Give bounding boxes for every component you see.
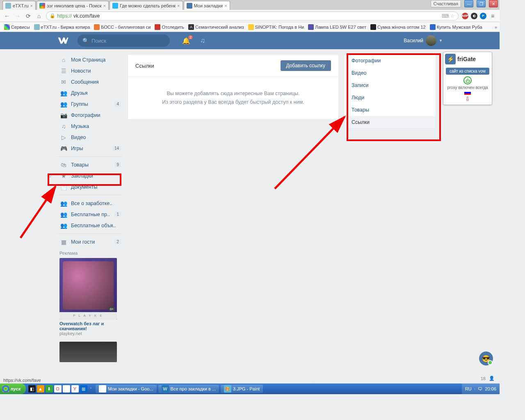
close-icon[interactable]: × — [30, 3, 33, 8]
forward-button[interactable]: → — [14, 13, 21, 19]
frigate-site-button[interactable]: сайт из списка vow — [446, 68, 489, 75]
ext-p-icon[interactable]: P — [480, 13, 486, 19]
tray-clock[interactable]: 20:06 — [485, 386, 496, 391]
sidebar-item[interactable]: 👥Друзья — [57, 87, 123, 98]
nav-icon: 👥 — [59, 90, 68, 96]
tab-etxt[interactable]: eTXT.ru× — [2, 1, 36, 10]
tray-icon[interactable]: ▲ — [37, 385, 44, 393]
bookmark-item[interactable]: Купить Мужская Руба — [428, 23, 484, 31]
right-tab[interactable]: Записи — [344, 79, 436, 91]
taskbar-task[interactable]: ◉Мои закладки - Goo... — [96, 385, 156, 393]
sidebar-item[interactable]: ⌂Моя Страница — [57, 54, 123, 65]
apps-button[interactable]: Сервисы — [2, 23, 32, 31]
vk-logo[interactable] — [57, 34, 69, 47]
tray-icon[interactable]: ⬇ — [46, 385, 53, 393]
start-button[interactable]: пуск — [0, 383, 26, 394]
sidebar-item-label: Товары — [71, 162, 89, 168]
bookmark-item[interactable]: Лампа LED 5W E27 свет — [306, 23, 368, 31]
ad-block[interactable] — [59, 342, 117, 362]
tray-icon[interactable]: Y — [71, 385, 79, 393]
back-button[interactable]: ← — [3, 13, 11, 19]
close-button[interactable]: ✕ — [489, 0, 498, 7]
maximize-button[interactable]: ❐ — [477, 0, 486, 7]
music-icon[interactable]: ♫ — [200, 37, 205, 44]
power-icon[interactable]: ⏻ — [463, 76, 472, 84]
notifications-icon[interactable]: 🔔2 — [182, 37, 190, 45]
tray-icon[interactable]: ◧ — [28, 385, 36, 393]
frigate-widget[interactable]: ⚡friGate сайт из списка vow ⏻ proxy вклю… — [443, 52, 492, 105]
ad-block[interactable]: P L A Y K E 0+ Overwatch без лаг и скачи… — [59, 258, 117, 336]
tray-icon[interactable]: ‹ — [474, 386, 476, 391]
sidebar-item-label: Мои гости — [71, 239, 95, 245]
sidebar-item-label: Бесплатные пр.. — [71, 212, 110, 217]
bookmark-item[interactable]: БОСС - биллинговая си — [92, 23, 152, 31]
tab-google[interactable]: ээг николаев цена - Поиск× — [37, 1, 109, 10]
sidebar-item-label: Закладки — [71, 173, 93, 179]
taskbar-task[interactable]: 🎨3.JPG - Paint — [221, 385, 263, 393]
sidebar-item[interactable]: 📷Фотографии — [57, 110, 123, 121]
sidebar-item[interactable]: 👥Все о заработке.. — [57, 198, 123, 209]
right-tab[interactable]: Товары — [344, 104, 436, 116]
close-icon[interactable]: × — [103, 3, 106, 8]
sidebar-item[interactable]: ▦Мои гости2 — [57, 236, 123, 247]
nav-icon: 👥 — [59, 222, 68, 229]
right-tab[interactable]: Видео — [344, 67, 436, 79]
right-tab[interactable]: Люди — [344, 91, 436, 104]
url-bar[interactable]: 🔒 https://vk.com/fave ⌨ ☆ — [46, 11, 459, 21]
star-icon[interactable]: ☆ — [450, 13, 455, 19]
bookmarks-bar: Сервисы eTXT.ru - Биржа копира БОСС - би… — [0, 22, 500, 32]
window-profile-button[interactable]: Счастливая — [431, 0, 461, 7]
chevron-down-icon: ▼ — [439, 39, 443, 43]
sidebar-item[interactable]: ▷Видео — [57, 132, 123, 143]
home-button[interactable]: ⌂ — [35, 13, 43, 19]
sidebar-item-label: Видео — [71, 135, 86, 140]
tray-lang[interactable]: RU — [465, 386, 472, 391]
sidebar-item[interactable]: 🎮Игры14 — [57, 143, 123, 154]
sidebar-item[interactable]: 👥Бесплатные пр..1 — [57, 209, 123, 220]
bookmark-item[interactable]: AСемантический анализ — [187, 23, 245, 31]
close-icon[interactable]: × — [177, 3, 180, 8]
sidebar-item[interactable]: 👥Бесплатные объя.. — [57, 220, 123, 231]
sidebar-item[interactable]: ✉Сообщения — [57, 76, 123, 87]
bookmark-item[interactable]: Отследить — [153, 23, 186, 31]
empty-text: Вы можете добавлять сюда интересные Вам … — [136, 89, 330, 98]
tab-other[interactable]: Где можно сделать ребенк× — [110, 1, 183, 10]
nav-icon: ★ — [59, 173, 68, 179]
right-tab[interactable]: Фотографии — [344, 55, 436, 67]
sidebar-item[interactable]: 👥Группы4 — [57, 98, 123, 110]
sidebar-item[interactable]: ☰Новости — [57, 65, 123, 76]
bookmark-item[interactable]: eTXT.ru - Биржа копира — [32, 23, 92, 31]
minimize-button[interactable]: — — [464, 0, 473, 7]
user-menu[interactable]: Василий ▼ — [404, 35, 443, 46]
menu-button[interactable]: ≡ — [489, 13, 496, 19]
chevron-right-icon[interactable]: » — [495, 25, 497, 30]
reload-button[interactable]: ⟳ — [25, 13, 32, 19]
sidebar-item[interactable]: ♫Музыка — [57, 121, 123, 132]
search-input[interactable]: 🔍 Поиск — [78, 34, 170, 47]
abp-icon[interactable]: ABP — [462, 13, 468, 19]
sidebar-item[interactable]: 📄Документы — [57, 181, 123, 192]
bookmark-item[interactable]: SINOPTIK: Погода в Ни — [247, 23, 306, 31]
incognito-mask-icon[interactable]: 😎 — [479, 352, 493, 365]
browser-toolbar: ← → ⟳ ⌂ 🔒 https://vk.com/fave ⌨ ☆ ABP ◐ … — [0, 10, 500, 22]
tray-icon[interactable]: 🗨 — [478, 386, 482, 391]
sidebar-item[interactable]: 🛍Товары9 — [57, 159, 123, 170]
add-link-button[interactable]: Добавить ссылку — [281, 60, 331, 71]
bookmark-item[interactable]: Сумка жіноча оптом 12 — [369, 23, 427, 31]
ext-icon[interactable]: ◐ — [471, 13, 477, 19]
chat-widget[interactable]: 18 👤 — [481, 376, 495, 381]
gear-icon[interactable]: ⚙ — [47, 173, 52, 179]
close-icon[interactable]: × — [224, 3, 227, 8]
sidebar-item[interactable]: ★Закладки⚙ — [57, 170, 123, 181]
chrome-icon[interactable]: ◉ — [63, 385, 70, 393]
tab-vk[interactable]: Мои закладки× — [184, 1, 230, 10]
right-tab[interactable]: Ссылки — [344, 116, 436, 128]
tray-icon[interactable]: O — [54, 385, 62, 393]
tray-icon[interactable]: ⊞ — [80, 385, 87, 393]
sidebar-item-label: Все о заработке.. — [71, 201, 112, 206]
keyboard-icon[interactable]: ⌨ — [442, 13, 449, 19]
sidebar-item-label: Документы — [71, 184, 97, 190]
count-badge: 4 — [114, 101, 121, 107]
nav-icon: ♫ — [59, 123, 68, 130]
taskbar-task[interactable]: WВсе про закладки в ... — [158, 385, 219, 393]
